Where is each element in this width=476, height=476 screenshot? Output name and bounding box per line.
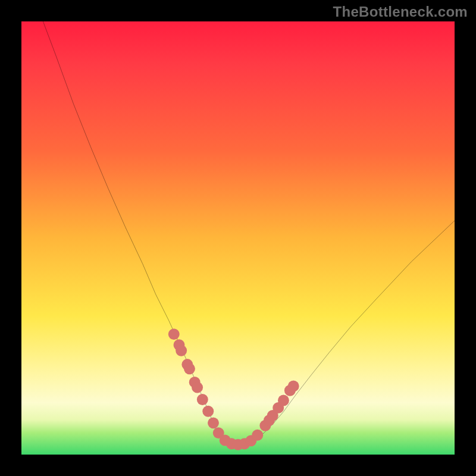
marker-point <box>252 430 263 441</box>
marker-point <box>202 406 214 417</box>
chart-frame: TheBottleneck.com <box>0 0 476 476</box>
marker-point <box>278 395 289 406</box>
marker-point <box>168 328 180 340</box>
marker-point <box>176 345 187 356</box>
marker-point <box>208 417 219 428</box>
attribution-label: TheBottleneck.com <box>333 4 468 20</box>
marker-point <box>192 382 203 393</box>
bottleneck-curve <box>43 21 455 444</box>
chart-overlay <box>21 21 455 455</box>
marker-group <box>168 328 299 450</box>
marker-point <box>184 363 195 374</box>
marker-point <box>288 381 299 392</box>
marker-point <box>197 394 208 405</box>
